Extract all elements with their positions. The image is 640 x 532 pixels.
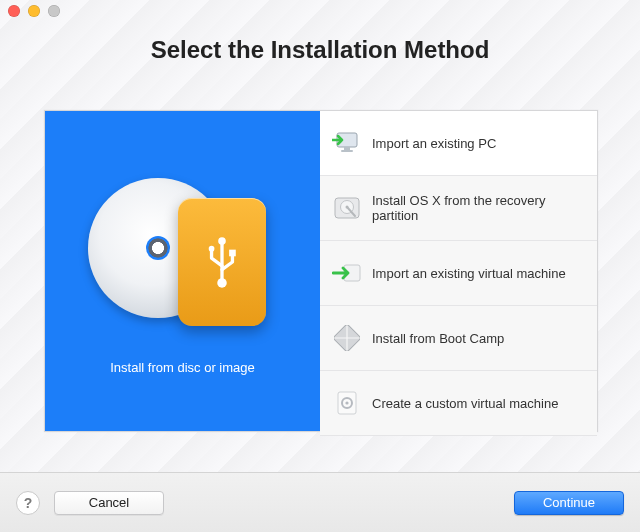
installation-method-panel: Install from disc or image Import an exi… <box>44 110 598 432</box>
close-icon[interactable] <box>8 5 20 17</box>
option-custom-vm[interactable]: Create a custom virtual machine <box>320 371 597 436</box>
option-label: Import an existing virtual machine <box>372 266 566 281</box>
svg-point-14 <box>345 401 348 404</box>
svg-rect-2 <box>229 249 236 256</box>
hdd-icon <box>332 195 362 221</box>
gear-page-icon <box>332 390 362 416</box>
preview-label: Install from disc or image <box>110 360 255 375</box>
option-import-vm[interactable]: Import an existing virtual machine <box>320 241 597 306</box>
window-controls <box>8 5 60 17</box>
zoom-icon <box>48 5 60 17</box>
page-title: Select the Installation Method <box>0 36 640 64</box>
options-list: Import an existing PC Install OS X from … <box>320 111 597 431</box>
option-recovery-partition[interactable]: Install OS X from the recovery partition <box>320 176 597 241</box>
usb-icon <box>202 232 242 292</box>
minimize-icon[interactable] <box>28 5 40 17</box>
monitor-import-icon <box>332 130 362 156</box>
option-label: Import an existing PC <box>372 136 496 151</box>
option-boot-camp[interactable]: Install from Boot Camp <box>320 306 597 371</box>
footer: ? Cancel Continue <box>0 472 640 532</box>
option-import-pc[interactable]: Import an existing PC <box>320 111 597 176</box>
help-button[interactable]: ? <box>16 491 40 515</box>
import-arrow-icon <box>332 260 362 286</box>
svg-rect-5 <box>344 147 350 150</box>
svg-point-1 <box>208 245 214 251</box>
preview-pane: Install from disc or image <box>45 111 320 431</box>
disc-image-icon <box>88 168 278 338</box>
cancel-button[interactable]: Cancel <box>54 491 164 515</box>
option-label: Install from Boot Camp <box>372 331 504 346</box>
continue-button[interactable]: Continue <box>514 491 624 515</box>
option-label: Create a custom virtual machine <box>372 396 558 411</box>
option-label: Install OS X from the recovery partition <box>372 193 585 223</box>
titlebar <box>0 0 640 22</box>
svg-rect-6 <box>341 150 353 152</box>
bootcamp-icon <box>332 325 362 351</box>
svg-point-3 <box>217 278 227 288</box>
